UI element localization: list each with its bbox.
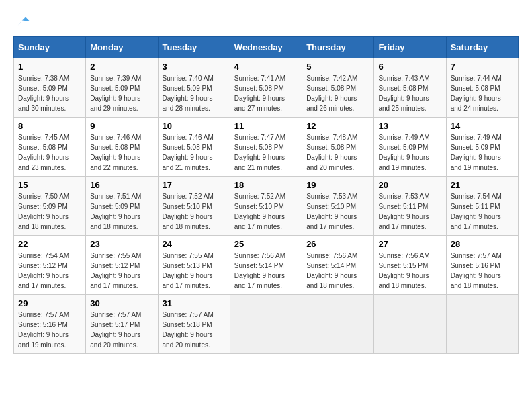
calendar-day-cell: 9 Sunrise: 7:46 AM Sunset: 5:08 PM Dayli… <box>86 118 158 177</box>
day-info: Sunrise: 7:40 AM Sunset: 5:09 PM Dayligh… <box>163 73 226 113</box>
calendar-day-cell: 4 Sunrise: 7:41 AM Sunset: 5:08 PM Dayli… <box>230 58 302 118</box>
calendar-day-cell: 20 Sunrise: 7:53 AM Sunset: 5:11 PM Dayl… <box>374 177 446 236</box>
page-header <box>13 13 519 30</box>
day-number: 29 <box>18 298 81 308</box>
day-info: Sunrise: 7:55 AM Sunset: 5:13 PM Dayligh… <box>163 250 226 291</box>
day-number: 9 <box>90 121 153 131</box>
day-number: 8 <box>18 121 81 131</box>
calendar-day-cell: 24 Sunrise: 7:55 AM Sunset: 5:13 PM Dayl… <box>158 236 230 295</box>
day-info: Sunrise: 7:45 AM Sunset: 5:08 PM Dayligh… <box>18 132 81 173</box>
calendar-day-cell: 2 Sunrise: 7:39 AM Sunset: 5:09 PM Dayli… <box>86 58 158 118</box>
calendar-day-cell: 30 Sunrise: 7:57 AM Sunset: 5:17 PM Dayl… <box>86 295 158 354</box>
svg-marker-1 <box>22 17 30 21</box>
weekday-header: Friday <box>374 37 446 58</box>
day-number: 21 <box>451 180 514 190</box>
calendar-day-cell: 15 Sunrise: 7:50 AM Sunset: 5:09 PM Dayl… <box>14 177 86 236</box>
day-number: 4 <box>234 62 298 72</box>
calendar-week-row: 29 Sunrise: 7:57 AM Sunset: 5:16 PM Dayl… <box>14 295 519 354</box>
day-number: 24 <box>163 239 226 249</box>
calendar-day-cell: 21 Sunrise: 7:54 AM Sunset: 5:11 PM Dayl… <box>446 177 518 236</box>
day-number: 23 <box>90 239 153 249</box>
day-number: 26 <box>306 239 369 249</box>
day-info: Sunrise: 7:38 AM Sunset: 5:09 PM Dayligh… <box>18 73 81 113</box>
day-info: Sunrise: 7:52 AM Sunset: 5:10 PM Dayligh… <box>163 191 226 232</box>
calendar-day-cell: 11 Sunrise: 7:47 AM Sunset: 5:08 PM Dayl… <box>230 118 302 177</box>
day-info: Sunrise: 7:46 AM Sunset: 5:08 PM Dayligh… <box>90 132 153 173</box>
day-number: 15 <box>18 180 81 190</box>
day-number: 14 <box>451 121 514 131</box>
day-info: Sunrise: 7:42 AM Sunset: 5:08 PM Dayligh… <box>306 73 369 113</box>
day-number: 20 <box>378 180 441 190</box>
calendar-day-cell: 23 Sunrise: 7:55 AM Sunset: 5:12 PM Dayl… <box>86 236 158 295</box>
day-number: 3 <box>163 62 226 72</box>
day-info: Sunrise: 7:48 AM Sunset: 5:08 PM Dayligh… <box>306 132 369 173</box>
day-info: Sunrise: 7:47 AM Sunset: 5:08 PM Dayligh… <box>234 132 298 173</box>
logo-icon <box>15 13 31 30</box>
logo <box>13 13 31 30</box>
day-info: Sunrise: 7:57 AM Sunset: 5:18 PM Dayligh… <box>163 310 226 350</box>
calendar-day-cell: 7 Sunrise: 7:44 AM Sunset: 5:08 PM Dayli… <box>446 58 518 118</box>
day-info: Sunrise: 7:56 AM Sunset: 5:14 PM Dayligh… <box>306 250 369 291</box>
calendar-day-cell: 22 Sunrise: 7:54 AM Sunset: 5:12 PM Dayl… <box>14 236 86 295</box>
day-number: 1 <box>18 62 81 72</box>
calendar-day-cell: 26 Sunrise: 7:56 AM Sunset: 5:14 PM Dayl… <box>302 236 374 295</box>
day-info: Sunrise: 7:57 AM Sunset: 5:16 PM Dayligh… <box>18 310 81 350</box>
calendar-day-cell: 5 Sunrise: 7:42 AM Sunset: 5:08 PM Dayli… <box>302 58 374 118</box>
day-info: Sunrise: 7:54 AM Sunset: 5:12 PM Dayligh… <box>18 250 81 291</box>
day-number: 10 <box>163 121 226 131</box>
day-info: Sunrise: 7:53 AM Sunset: 5:10 PM Dayligh… <box>306 191 369 232</box>
weekday-header: Sunday <box>14 37 86 58</box>
calendar-day-cell: 13 Sunrise: 7:49 AM Sunset: 5:09 PM Dayl… <box>374 118 446 177</box>
calendar-day-cell: 6 Sunrise: 7:43 AM Sunset: 5:08 PM Dayli… <box>374 58 446 118</box>
calendar-day-cell: 18 Sunrise: 7:52 AM Sunset: 5:10 PM Dayl… <box>230 177 302 236</box>
day-number: 19 <box>306 180 369 190</box>
day-number: 22 <box>18 239 81 249</box>
day-number: 16 <box>90 180 153 190</box>
calendar-day-cell <box>446 295 518 354</box>
day-number: 31 <box>163 298 226 308</box>
calendar-day-cell: 25 Sunrise: 7:56 AM Sunset: 5:14 PM Dayl… <box>230 236 302 295</box>
weekday-header: Saturday <box>446 37 518 58</box>
day-info: Sunrise: 7:46 AM Sunset: 5:08 PM Dayligh… <box>163 132 226 173</box>
calendar-day-cell: 29 Sunrise: 7:57 AM Sunset: 5:16 PM Dayl… <box>14 295 86 354</box>
calendar-day-cell: 31 Sunrise: 7:57 AM Sunset: 5:18 PM Dayl… <box>158 295 230 354</box>
calendar-week-row: 1 Sunrise: 7:38 AM Sunset: 5:09 PM Dayli… <box>14 58 519 118</box>
weekday-header: Monday <box>86 37 158 58</box>
day-info: Sunrise: 7:50 AM Sunset: 5:09 PM Dayligh… <box>18 191 81 232</box>
calendar-week-row: 15 Sunrise: 7:50 AM Sunset: 5:09 PM Dayl… <box>14 177 519 236</box>
day-info: Sunrise: 7:54 AM Sunset: 5:11 PM Dayligh… <box>451 191 514 232</box>
calendar-day-cell: 8 Sunrise: 7:45 AM Sunset: 5:08 PM Dayli… <box>14 118 86 177</box>
day-info: Sunrise: 7:49 AM Sunset: 5:09 PM Dayligh… <box>378 132 441 173</box>
weekday-header: Thursday <box>302 37 374 58</box>
svg-marker-0 <box>17 17 30 26</box>
day-number: 5 <box>306 62 369 72</box>
day-info: Sunrise: 7:39 AM Sunset: 5:09 PM Dayligh… <box>90 73 153 113</box>
day-info: Sunrise: 7:57 AM Sunset: 5:16 PM Dayligh… <box>451 250 514 291</box>
day-number: 18 <box>234 180 298 190</box>
day-number: 30 <box>90 298 153 308</box>
day-number: 7 <box>451 62 514 72</box>
day-number: 13 <box>378 121 441 131</box>
calendar-day-cell <box>374 295 446 354</box>
day-info: Sunrise: 7:44 AM Sunset: 5:08 PM Dayligh… <box>451 73 514 113</box>
calendar-day-cell: 16 Sunrise: 7:51 AM Sunset: 5:09 PM Dayl… <box>86 177 158 236</box>
day-info: Sunrise: 7:56 AM Sunset: 5:14 PM Dayligh… <box>234 250 298 291</box>
day-number: 17 <box>163 180 226 190</box>
day-info: Sunrise: 7:49 AM Sunset: 5:09 PM Dayligh… <box>451 132 514 173</box>
day-number: 6 <box>378 62 441 72</box>
calendar-day-cell: 14 Sunrise: 7:49 AM Sunset: 5:09 PM Dayl… <box>446 118 518 177</box>
calendar-day-cell <box>302 295 374 354</box>
day-number: 25 <box>234 239 298 249</box>
day-info: Sunrise: 7:53 AM Sunset: 5:11 PM Dayligh… <box>378 191 441 232</box>
calendar-day-cell: 12 Sunrise: 7:48 AM Sunset: 5:08 PM Dayl… <box>302 118 374 177</box>
calendar-day-cell <box>230 295 302 354</box>
calendar-week-row: 8 Sunrise: 7:45 AM Sunset: 5:08 PM Dayli… <box>14 118 519 177</box>
calendar-day-cell: 10 Sunrise: 7:46 AM Sunset: 5:08 PM Dayl… <box>158 118 230 177</box>
day-number: 27 <box>378 239 441 249</box>
weekday-header: Tuesday <box>158 37 230 58</box>
calendar-day-cell: 19 Sunrise: 7:53 AM Sunset: 5:10 PM Dayl… <box>302 177 374 236</box>
calendar-table: SundayMondayTuesdayWednesdayThursdayFrid… <box>13 36 519 354</box>
day-info: Sunrise: 7:57 AM Sunset: 5:17 PM Dayligh… <box>90 310 153 350</box>
calendar-day-cell: 1 Sunrise: 7:38 AM Sunset: 5:09 PM Dayli… <box>14 58 86 118</box>
day-info: Sunrise: 7:56 AM Sunset: 5:15 PM Dayligh… <box>378 250 441 291</box>
